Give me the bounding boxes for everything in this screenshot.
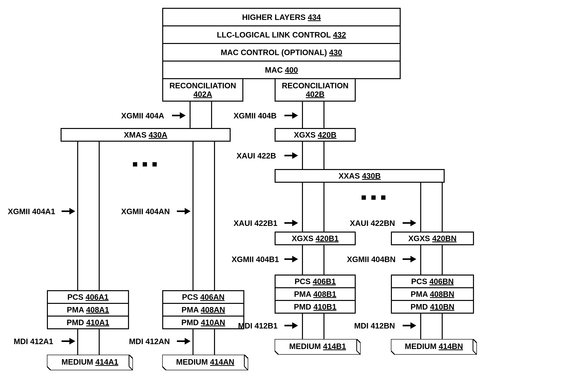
connector: [77, 328, 78, 356]
label: PMD 410BN: [411, 303, 454, 311]
connector: [324, 141, 325, 170]
label: PMD 410A1: [67, 318, 109, 327]
connector: [190, 101, 191, 129]
connector: [193, 328, 194, 356]
ellipsis-icon: [153, 162, 157, 167]
reconciliation-a-box: RECONCILIATION 402A: [162, 78, 243, 102]
label: PCS 406A1: [67, 293, 109, 301]
connector: [193, 141, 194, 291]
label: MEDIUM 414AN: [176, 358, 234, 366]
label: LLC-LOGICAL LINK CONTROL 432: [217, 30, 346, 39]
ellipsis-icon: [381, 196, 385, 200]
connector: [420, 244, 421, 276]
label: PCS 406B1: [295, 277, 336, 286]
higher-layers-box: HIGHER LAYERS 434: [162, 8, 401, 26]
xmas-box: XMAS 430A: [61, 128, 231, 142]
connector: [211, 101, 212, 129]
connector: [302, 141, 303, 170]
pcs-a1-box: PCS 406A1: [47, 290, 129, 304]
svg-marker-3: [292, 112, 298, 119]
ellipsis-icon: [362, 196, 366, 200]
label: PMA 408B1: [294, 290, 336, 298]
arrow-right-icon: [177, 207, 191, 215]
label: MEDIUM 414BN: [405, 342, 463, 351]
mdi-b1-label: MDI 412B1: [238, 322, 278, 330]
label: PMD 410B1: [294, 303, 337, 311]
connector: [324, 313, 325, 340]
label: HIGHER LAYERS 434: [242, 13, 321, 22]
xgxs-b1-box: XGXS 420B1: [275, 232, 356, 245]
xgmii-404b1-label: XGMII 404B1: [232, 255, 279, 264]
medium-b1-box: MEDIUM 414B1: [275, 339, 361, 355]
pma-bn-box: PMA 408BN: [391, 287, 474, 301]
svg-marker-1: [180, 112, 186, 119]
ellipsis-icon: [143, 162, 147, 167]
connector: [324, 244, 325, 276]
medium-bn-box: MEDIUM 414BN: [391, 339, 477, 355]
pmd-an-box: PMD 410AN: [162, 316, 244, 329]
xaui-422b1-label: XAUI 422B1: [234, 219, 278, 228]
connector: [99, 141, 100, 291]
label: PCS 406BN: [411, 277, 454, 286]
label: MAC CONTROL (OPTIONAL) 430: [221, 48, 342, 57]
pcs-an-box: PCS 406AN: [162, 290, 244, 304]
arrow-right-icon: [284, 255, 298, 263]
label: MAC 400: [265, 66, 298, 74]
mdi-a1-label: MDI 412A1: [14, 337, 53, 346]
arrow-right-icon: [62, 207, 75, 215]
label: XMAS 430A: [124, 130, 167, 139]
label: PMA 408BN: [411, 290, 454, 298]
xaui-422bn-label: XAUI 422BN: [350, 219, 395, 228]
xgmii-404a1-label: XGMII 404A1: [8, 207, 55, 216]
xgmii-404b-label: XGMII 404B: [234, 111, 277, 120]
mac-control-box: MAC CONTROL (OPTIONAL) 430: [162, 43, 401, 62]
arrow-right-icon: [177, 337, 191, 345]
label: RECONCILIATION: [282, 81, 349, 90]
connector: [99, 328, 100, 356]
connector: [302, 101, 303, 129]
svg-marker-23: [411, 220, 416, 226]
label: PCS 406AN: [182, 293, 225, 301]
arrow-right-icon: [403, 322, 416, 330]
arrow-right-icon: [284, 322, 298, 330]
xgmii-404bn-label: XGMII 404BN: [347, 255, 396, 264]
pcs-bn-box: PCS 406BN: [391, 275, 474, 288]
pmd-bn-box: PMD 410BN: [391, 300, 474, 314]
xxas-box: XXAS 430B: [275, 169, 445, 183]
pmd-b1-box: PMD 410B1: [275, 300, 356, 314]
pmd-a1-box: PMD 410A1: [47, 316, 129, 329]
mdi-bn-label: MDI 412BN: [354, 322, 395, 330]
connector: [302, 313, 303, 340]
connector: [77, 141, 78, 291]
label: MEDIUM 414A1: [61, 358, 118, 366]
ellipsis-icon: [371, 196, 376, 200]
ref: 402B: [306, 90, 325, 98]
svg-marker-34: [411, 322, 416, 329]
connector: [214, 141, 215, 291]
svg-marker-21: [292, 220, 298, 226]
llc-box: LLC-LOGICAL LINK CONTROL 432: [162, 25, 401, 44]
connector: [420, 313, 421, 340]
arrow-right-icon: [284, 111, 298, 120]
connector: [302, 182, 303, 233]
label: PMA 408A1: [67, 306, 109, 314]
medium-a1-box: MEDIUM 414A1: [47, 355, 133, 370]
ellipsis-icon: [133, 162, 137, 167]
svg-marker-9: [185, 208, 191, 215]
connector: [324, 182, 325, 233]
label: PMD 410AN: [181, 318, 225, 327]
arrow-right-icon: [284, 219, 298, 227]
connector: [442, 244, 443, 276]
mdi-an-label: MDI 412AN: [129, 337, 170, 346]
connector: [324, 101, 325, 129]
svg-marker-11: [69, 338, 75, 345]
connector: [420, 182, 421, 233]
label: XGXS 420BN: [408, 234, 456, 243]
connector: [302, 244, 303, 276]
svg-marker-29: [292, 322, 298, 329]
connector: [442, 182, 443, 233]
mac-box: MAC 400: [162, 61, 401, 79]
label: XXAS 430B: [339, 172, 381, 180]
label: XGXS 420B1: [292, 234, 339, 243]
pcs-b1-box: PCS 406B1: [275, 275, 356, 288]
